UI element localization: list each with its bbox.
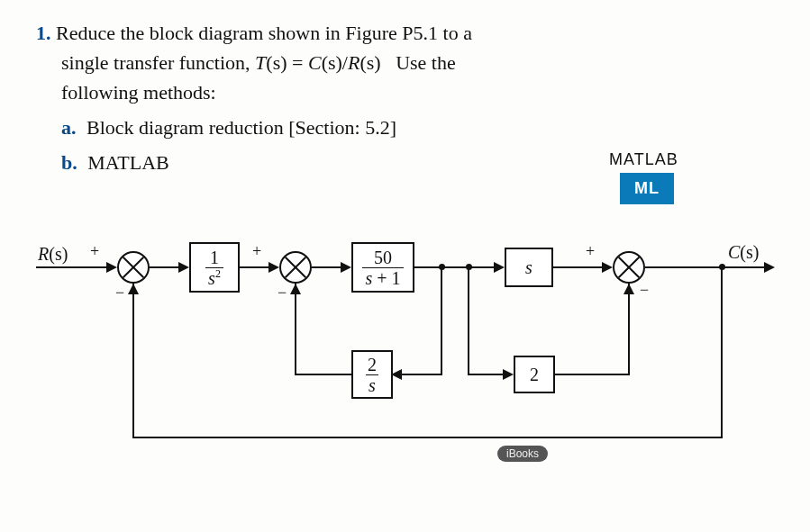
summing-junction-1 — [117, 251, 150, 284]
block-g1: 1 s2 — [189, 242, 240, 293]
part-b-text: MATLAB — [87, 151, 168, 174]
matlab-note: MATLAB — [609, 148, 678, 172]
summing-junction-3 — [613, 251, 645, 284]
problem-line-2a: single transfer function, — [61, 51, 255, 74]
problem-statement: 1. Reduce the block diagram shown in Fig… — [36, 18, 774, 177]
block-h2: 2 — [514, 356, 555, 393]
sign-minus-3: − — [640, 281, 649, 300]
input-label: R(s) — [38, 244, 68, 265]
block-g3: s — [505, 248, 553, 287]
block-g2: 50 s + 1 — [351, 242, 414, 293]
output-label: C(s) — [728, 242, 759, 263]
ml-badge: ML — [620, 173, 674, 204]
problem-line-2b: Use the — [391, 51, 456, 74]
ibooks-badge: iBooks — [497, 446, 548, 462]
problem-number: 1. — [36, 22, 51, 44]
block-h1: 2 s — [351, 350, 393, 399]
problem-line-3: following methods: — [61, 77, 774, 107]
sign-plus-2: + — [252, 242, 261, 261]
block-diagram: R(s) + − 1 s2 + − 50 s + 1 s — [36, 231, 784, 474]
sign-plus-3: + — [586, 242, 595, 261]
sign-plus-1: + — [90, 242, 99, 261]
sign-minus-2: − — [278, 284, 287, 302]
part-b-label: b. — [61, 151, 77, 174]
problem-line-1: Reduce the block diagram shown in Figure… — [56, 22, 472, 44]
sign-minus-1: − — [115, 284, 124, 302]
part-a-text: Block diagram reduction [Section: 5.2] — [86, 116, 396, 139]
part-a-label: a. — [61, 116, 77, 139]
summing-junction-2 — [279, 251, 312, 284]
